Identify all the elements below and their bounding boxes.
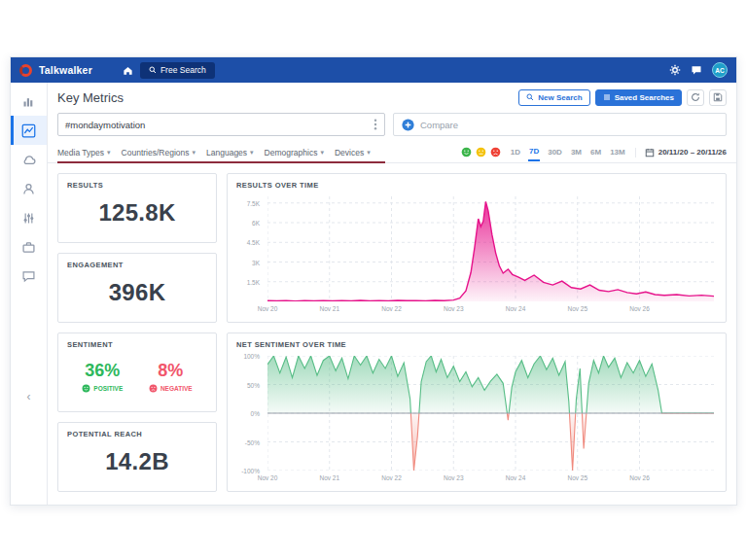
sidebar-item-conversations[interactable]	[11, 262, 47, 291]
home-button[interactable]	[123, 65, 133, 76]
save-icon	[713, 92, 723, 102]
y-tick-label: 6K	[252, 220, 260, 227]
metric-label: SENTIMENT	[67, 340, 207, 349]
time-range-selector: 1D 7D 30D 3M 6M 13M	[510, 143, 626, 161]
saved-searches-button[interactable]: Saved Searches	[595, 89, 682, 106]
results-metric-card: RESULTS 125.8K	[57, 173, 217, 243]
sidebar-collapse-button[interactable]: ‹	[11, 390, 47, 403]
x-tick-label: Nov 26	[629, 474, 650, 481]
filter-label: Countries/Regions	[122, 148, 190, 158]
sidebar-item-demographics[interactable]	[11, 203, 47, 232]
search-row: #mondaymotivation Compare	[48, 112, 736, 142]
range-7d-active[interactable]: 7D	[528, 143, 540, 161]
speech-bubble-icon	[21, 269, 36, 284]
search-icon	[149, 66, 157, 74]
user-avatar[interactable]: AC	[712, 62, 728, 78]
positive-label: POSITIVE	[93, 385, 123, 392]
free-search-label: Free Search	[160, 65, 206, 75]
compare-button[interactable]: Compare	[393, 113, 727, 136]
filter-languages[interactable]: Languages ▾	[206, 148, 254, 158]
negative-sentiment-filter-icon[interactable]	[490, 147, 501, 158]
x-tick-label: Nov 22	[381, 474, 402, 481]
y-tick-label: 4.5K	[247, 239, 260, 246]
filter-demographics[interactable]: Demographics ▾	[265, 148, 324, 158]
range-13m[interactable]: 13M	[609, 144, 626, 160]
x-tick-label: Nov 21	[319, 305, 339, 312]
chevron-down-icon: ▾	[193, 149, 196, 157]
chart-title: NET SENTIMENT OVER TIME	[236, 340, 717, 349]
filter-label: Devices	[335, 148, 364, 158]
filter-label: Languages	[206, 148, 247, 158]
talkwalker-logo-icon[interactable]	[19, 64, 32, 77]
potential-reach-value: 14.2B	[67, 438, 207, 484]
x-tick-label: Nov 25	[567, 474, 587, 481]
filter-bar: Media Types ▾ Countries/Regions ▾ Langua…	[48, 142, 736, 163]
filter-media-types[interactable]: Media Types ▾	[57, 148, 111, 158]
y-axis-labels: 1.5K3K4.5K6K7.5K	[236, 196, 264, 301]
range-30d[interactable]: 30D	[547, 144, 563, 160]
x-tick-label: Nov 25	[567, 305, 587, 312]
chart-title: RESULTS OVER TIME	[236, 181, 717, 190]
sentiment-metric-card: SENTIMENT 36% POSITIVE 8%	[57, 332, 217, 412]
chat-bubble-icon	[691, 64, 702, 76]
metric-label: POTENTIAL REACH	[67, 430, 207, 438]
list-icon	[603, 93, 611, 101]
chart-canvas[interactable]	[267, 356, 714, 471]
sidebar: ‹	[11, 83, 48, 505]
filter-label: Media Types	[57, 148, 104, 158]
calendar-icon	[645, 148, 655, 158]
free-search-button[interactable]: Free Search	[140, 62, 215, 79]
sliders-icon	[21, 211, 36, 226]
sidebar-item-analytics[interactable]	[11, 116, 47, 145]
y-tick-label: 0%	[251, 410, 260, 417]
briefcase-icon	[21, 240, 36, 255]
range-6m[interactable]: 6M	[589, 144, 602, 160]
sidebar-item-reports[interactable]	[11, 87, 47, 116]
new-search-button[interactable]: New Search	[518, 89, 589, 106]
y-tick-label: 7.5K	[247, 199, 260, 206]
home-icon	[123, 65, 133, 76]
chevron-down-icon: ▾	[320, 149, 324, 157]
page-title: Key Metrics	[57, 90, 124, 105]
line-chart-icon	[21, 123, 36, 138]
filter-countries-regions[interactable]: Countries/Regions ▾	[122, 148, 196, 158]
dashboard-grid: RESULTS 125.8K ENGAGEMENT 396K SENTIMENT…	[48, 163, 736, 505]
sidebar-item-influencers[interactable]	[11, 174, 47, 203]
refresh-button[interactable]	[687, 89, 704, 106]
range-1d[interactable]: 1D	[510, 144, 521, 160]
chart-canvas[interactable]	[267, 196, 714, 301]
x-axis-labels: Nov 20Nov 21Nov 22Nov 23Nov 24Nov 25Nov …	[267, 473, 714, 484]
y-tick-label: 3K	[252, 259, 260, 265]
settings-button[interactable]	[669, 64, 681, 76]
save-button[interactable]	[709, 89, 727, 106]
kebab-menu-icon[interactable]	[374, 119, 377, 130]
saved-searches-label: Saved Searches	[615, 93, 674, 102]
sidebar-item-brands[interactable]	[11, 232, 47, 262]
metric-label: RESULTS	[67, 181, 207, 190]
results-value: 125.8K	[67, 190, 207, 235]
filter-devices[interactable]: Devices ▾	[335, 148, 371, 158]
chevron-down-icon: ▾	[367, 149, 371, 157]
page-header: Key Metrics New Search Saved Searches	[48, 83, 736, 112]
messages-button[interactable]	[691, 64, 702, 76]
range-3m[interactable]: 3M	[570, 144, 583, 160]
cloud-icon	[21, 153, 36, 167]
metric-label: ENGAGEMENT	[67, 261, 207, 269]
x-tick-label: Nov 21	[319, 474, 339, 481]
x-tick-label: Nov 20	[258, 305, 278, 312]
date-range-picker[interactable]: 20/11/20 – 20/11/26	[635, 148, 727, 158]
y-tick-label: 1.5K	[247, 278, 260, 285]
sidebar-item-themes[interactable]	[11, 145, 47, 174]
search-query-text: #mondaymotivation	[65, 120, 374, 130]
chevron-down-icon: ▾	[107, 149, 111, 157]
positive-sentiment-filter-icon[interactable]	[461, 147, 472, 158]
search-input[interactable]: #mondaymotivation	[57, 113, 385, 136]
net-sentiment-over-time-chart: NET SENTIMENT OVER TIME -100%-50%0%50%10…	[227, 332, 727, 492]
y-tick-label: 50%	[247, 381, 260, 388]
filter-label: Demographics	[265, 148, 318, 158]
date-range-text: 20/11/20 – 20/11/26	[658, 148, 727, 157]
x-tick-label: Nov 23	[444, 474, 464, 481]
refresh-icon	[691, 92, 700, 102]
app-window: Talkwalker Free Search AC	[10, 56, 737, 506]
neutral-sentiment-filter-icon[interactable]	[476, 147, 486, 158]
